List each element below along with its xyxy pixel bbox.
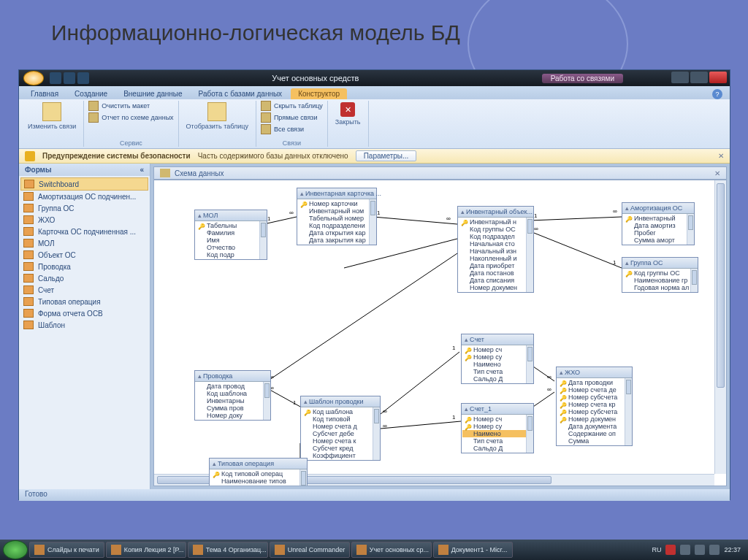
taskbar-app-button[interactable]: Тема 4 Организац... bbox=[188, 542, 268, 558]
show-table-button[interactable]: Отобразить таблицу bbox=[183, 101, 251, 131]
field[interactable]: Код группы ОС bbox=[459, 226, 533, 233]
nav-item[interactable]: Шаблон bbox=[20, 319, 148, 331]
field[interactable]: Номер счета к bbox=[302, 437, 379, 445]
field[interactable]: Сумма bbox=[557, 437, 631, 445]
qat-redo-icon[interactable] bbox=[77, 72, 89, 84]
field[interactable]: Дата амортиз bbox=[623, 222, 693, 229]
field[interactable]: Тип счета bbox=[462, 368, 533, 375]
table-scrollbar[interactable] bbox=[263, 382, 270, 420]
field[interactable]: Инвентарны bbox=[196, 397, 270, 404]
field[interactable]: Номер карточки bbox=[298, 200, 375, 207]
qat-undo-icon[interactable] bbox=[64, 72, 75, 84]
field[interactable]: Дата списания bbox=[459, 277, 533, 284]
collapse-icon[interactable]: ▴ bbox=[304, 398, 308, 405]
field[interactable]: Наименование гр bbox=[623, 277, 697, 284]
field[interactable]: Номер субсчета bbox=[557, 394, 631, 401]
field[interactable]: Годовая норма ал bbox=[623, 284, 697, 291]
office-button[interactable] bbox=[23, 71, 44, 85]
chevron-left-icon[interactable]: « bbox=[140, 166, 144, 174]
field[interactable]: Наименование типов bbox=[210, 477, 306, 485]
security-options-button[interactable]: Параметры... bbox=[356, 150, 417, 161]
document-tab[interactable]: Схема данных ✕ bbox=[153, 166, 727, 180]
field[interactable]: Номер субсчета bbox=[557, 408, 631, 415]
table-scrollbar[interactable] bbox=[369, 199, 376, 245]
field[interactable]: Номер доку bbox=[196, 412, 270, 419]
field[interactable]: Дата открытия кар bbox=[298, 229, 375, 237]
nav-item[interactable]: Форма отчета ОСВ bbox=[20, 307, 148, 319]
collapse-icon[interactable]: ▴ bbox=[198, 372, 202, 380]
field[interactable]: Табельны bbox=[196, 222, 266, 229]
field[interactable]: Начальная сто bbox=[459, 240, 533, 248]
table-jho[interactable]: ▴ЖХОДата проводкиНомер счета деНомер суб… bbox=[556, 367, 633, 446]
field[interactable]: Код группы ОС bbox=[623, 269, 697, 277]
document-close-icon[interactable]: ✕ bbox=[714, 169, 720, 177]
all-relationships-button[interactable]: Все связи bbox=[261, 124, 304, 134]
security-close-icon[interactable]: ✕ bbox=[718, 152, 724, 160]
table-header[interactable]: ▴Шаблон проводки bbox=[301, 396, 380, 407]
edit-relationships-button[interactable]: Изменить связи bbox=[25, 101, 79, 131]
table-scrollbar[interactable] bbox=[373, 407, 380, 460]
field[interactable]: Номер докумен bbox=[459, 284, 533, 291]
field[interactable]: Код типовой операц bbox=[210, 470, 306, 477]
table-amort[interactable]: ▴Амортизация ОСИнвентарныйДата амортизПр… bbox=[622, 202, 695, 245]
field[interactable]: Начальный изн bbox=[459, 248, 533, 255]
nav-item[interactable]: Объект ОС bbox=[20, 249, 148, 261]
field[interactable]: Инвентарный ном bbox=[298, 207, 375, 215]
nav-item[interactable]: Карточка ОС подчиненная ... bbox=[20, 226, 148, 237]
collapse-icon[interactable]: ▴ bbox=[300, 190, 304, 197]
table-card[interactable]: ▴Инвентарная карточка ...Номер карточкиИ… bbox=[297, 188, 377, 245]
field[interactable]: Отчество bbox=[196, 244, 266, 251]
field[interactable]: Номер счета де bbox=[557, 386, 631, 394]
help-icon[interactable]: ? bbox=[712, 89, 722, 99]
table-header[interactable]: ▴ЖХО bbox=[557, 367, 632, 378]
field[interactable]: Инвентарный bbox=[623, 215, 693, 222]
field[interactable]: Номер су bbox=[462, 353, 533, 361]
table-scrollbar[interactable] bbox=[625, 378, 632, 445]
close-button[interactable] bbox=[709, 72, 727, 83]
table-header[interactable]: ▴Проводка bbox=[195, 371, 270, 382]
qat-save-icon[interactable] bbox=[50, 72, 61, 84]
relationships-canvas[interactable]: 1 ∞ 1 ∞ 1 ∞ ∞ 1 ∞ ∞ 1 ∞ ∞ 1 1 1 1 ∞ ∞ bbox=[153, 180, 727, 486]
field[interactable]: Дата документа bbox=[557, 423, 631, 430]
nav-item[interactable]: Группа ОС bbox=[20, 202, 148, 214]
table-obj[interactable]: ▴Инвентарный объек...Инвентарный нКод гр… bbox=[457, 206, 534, 293]
field[interactable]: Дата постанов bbox=[459, 269, 533, 277]
hide-table-button[interactable]: Скрыть таблицу bbox=[261, 101, 323, 111]
field[interactable]: Номер сч bbox=[462, 346, 533, 353]
collapse-icon[interactable]: ▴ bbox=[560, 369, 563, 376]
collapse-icon[interactable]: ▴ bbox=[461, 208, 465, 215]
field[interactable]: Имя bbox=[196, 237, 266, 244]
collapse-icon[interactable]: ▴ bbox=[465, 336, 468, 343]
nav-item[interactable]: Счет bbox=[20, 284, 148, 296]
table-scrollbar[interactable] bbox=[259, 221, 267, 259]
table-shab[interactable]: ▴Шаблон проводкиКод шаблонаКод типовойНо… bbox=[300, 396, 381, 461]
collapse-icon[interactable]: ▴ bbox=[213, 460, 216, 467]
nav-item[interactable]: МОЛ bbox=[20, 237, 148, 249]
table-scrollbar[interactable] bbox=[526, 415, 533, 453]
field[interactable]: Номер докумен bbox=[557, 415, 631, 423]
field[interactable]: Наимено bbox=[462, 430, 533, 437]
network-icon[interactable] bbox=[709, 545, 720, 555]
field[interactable]: Сумма пров bbox=[196, 404, 270, 412]
nav-item[interactable]: ЖХО bbox=[20, 214, 148, 226]
table-header[interactable]: ▴Инвентарная карточка ... bbox=[297, 188, 376, 199]
start-button[interactable] bbox=[3, 540, 28, 559]
table-header[interactable]: ▴Счет_1 bbox=[462, 404, 533, 415]
nav-item[interactable]: Switchboard bbox=[20, 177, 148, 191]
table-header[interactable]: ▴МОЛ bbox=[195, 210, 267, 221]
table-schet[interactable]: ▴СчетНомер счНомер суНаименоТип счетаСал… bbox=[461, 334, 534, 384]
field[interactable]: Сумма аморт bbox=[623, 237, 693, 244]
field[interactable]: Субсчет дебе bbox=[302, 430, 379, 437]
field[interactable]: Дата провод bbox=[196, 383, 270, 390]
table-header[interactable]: ▴Группа ОС bbox=[622, 258, 698, 269]
minimize-button[interactable] bbox=[671, 72, 689, 83]
direct-relationships-button[interactable]: Прямые связи bbox=[261, 112, 318, 123]
table-header[interactable]: ▴Типовая операция bbox=[210, 459, 307, 469]
clear-layout-button[interactable]: Очистить макет bbox=[88, 101, 150, 111]
field[interactable]: Дата закрытия кар bbox=[298, 237, 375, 244]
field[interactable]: Содержание оп bbox=[557, 430, 631, 437]
nav-header[interactable]: Формы « bbox=[19, 164, 150, 176]
field[interactable]: Код подразделени bbox=[298, 222, 375, 229]
tab-home[interactable]: Главная bbox=[23, 88, 66, 99]
collapse-icon[interactable]: ▴ bbox=[465, 405, 468, 413]
